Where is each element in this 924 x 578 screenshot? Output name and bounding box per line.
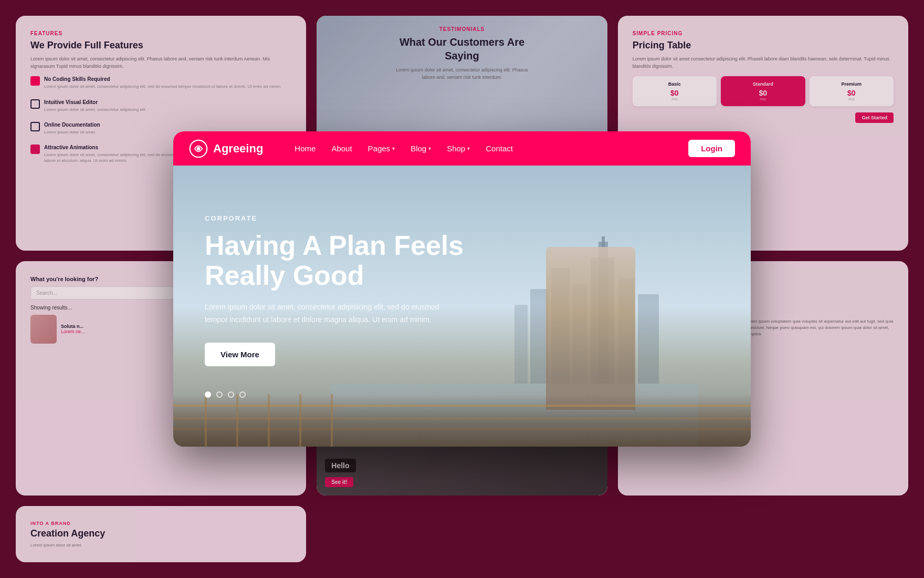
login-button[interactable]: Login [688,140,735,157]
hero-dot-2[interactable] [216,391,223,398]
navbar-logo[interactable]: Agreeing [189,139,263,158]
pages-caret-icon: ▾ [392,146,395,151]
svg-rect-7 [638,294,659,384]
hero-title: Having A Plan FeelsReally Good [205,231,464,291]
hero-text: Lorem ipsum dolor sit amet, consectetur … [205,301,457,326]
railing-element [173,394,751,447]
modal-overlay: Agreeing Home About Pages ▾ Blog ▾ Shop … [0,0,924,578]
hero-dots [205,391,464,398]
shop-caret-icon: ▾ [467,146,470,151]
view-more-button[interactable]: View More [205,343,275,366]
svg-rect-9 [514,305,528,384]
hero-label: CORPORATE [205,214,464,222]
modal: Agreeing Home About Pages ▾ Blog ▾ Shop … [173,131,751,447]
svg-point-1 [196,147,200,150]
logo-icon [189,139,208,158]
hero-section: CORPORATE Having A Plan FeelsReally Good… [173,166,751,447]
hero-content: CORPORATE Having A Plan FeelsReally Good… [205,214,464,398]
nav-item-blog[interactable]: Blog ▾ [411,144,431,153]
nav-item-home[interactable]: Home [295,144,316,153]
svg-rect-11 [602,236,605,247]
nav-item-pages[interactable]: Pages ▾ [368,144,395,153]
hero-dot-4[interactable] [239,391,246,398]
nav-item-contact[interactable]: Contact [486,144,513,153]
nav-item-about[interactable]: About [331,144,352,153]
navbar: Agreeing Home About Pages ▾ Blog ▾ Shop … [173,131,751,166]
blog-caret-icon: ▾ [428,146,431,151]
nav-item-shop[interactable]: Shop ▾ [447,144,470,153]
logo-text: Agreeing [213,142,263,156]
hero-dot-1[interactable] [205,391,211,398]
hero-dot-3[interactable] [228,391,234,398]
navbar-nav: Home About Pages ▾ Blog ▾ Shop ▾ Contact [295,144,688,153]
hero-person [546,247,635,410]
